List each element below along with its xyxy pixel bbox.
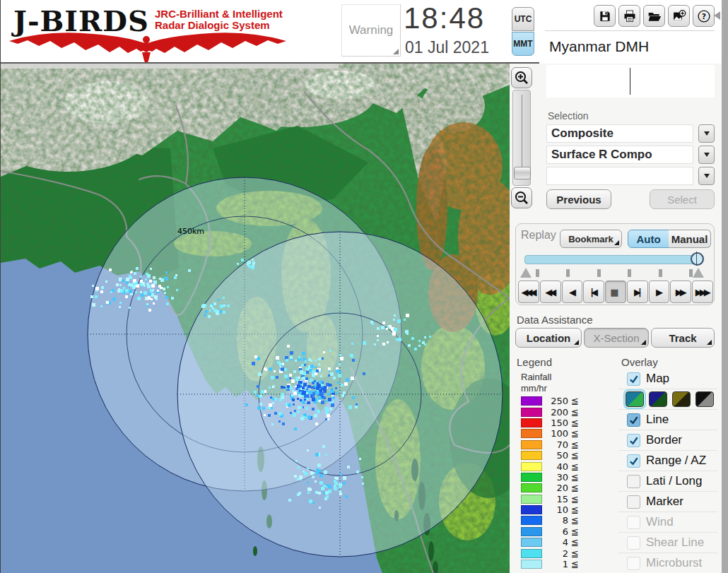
range-end-marker[interactable] — [693, 268, 704, 278]
site-input[interactable] — [546, 65, 715, 98]
slider-tick — [628, 269, 631, 277]
overlay-item-line[interactable]: Line — [618, 410, 717, 430]
option-dropdown-button[interactable] — [698, 167, 715, 185]
play-button[interactable]: ▶ — [649, 280, 670, 303]
text-cursor — [630, 68, 630, 95]
flyout-corner-icon — [707, 340, 712, 345]
overlay-item-map[interactable]: Map — [618, 369, 717, 389]
legend-row: 6 ≦ — [521, 526, 579, 537]
overlay-item-label: Line — [646, 413, 669, 427]
legend-color-swatch — [521, 527, 542, 536]
rewind-button[interactable]: ◀◀ — [540, 280, 561, 303]
checkbox[interactable] — [627, 372, 640, 386]
forward-button[interactable]: ▶▶ — [670, 280, 691, 303]
legend-row: 1 ≦ — [521, 559, 579, 569]
location-button[interactable]: Location — [515, 328, 582, 348]
select-button[interactable]: Select — [650, 189, 715, 209]
checkbox[interactable] — [627, 495, 640, 509]
warning-selector[interactable]: Warning — [341, 4, 401, 57]
option-dropdown-value[interactable] — [546, 167, 693, 185]
legend-color-swatch — [521, 396, 542, 406]
overlay-item-marker[interactable]: Marker — [618, 492, 717, 512]
overlay-item-label: Microburst — [646, 556, 702, 570]
checkbox — [627, 516, 640, 529]
legend-threshold: 250 ≦ — [542, 396, 579, 406]
rewind-fast-button[interactable]: ◀◀◀ — [518, 280, 539, 303]
legend-threshold: 50 ≦ — [542, 450, 579, 461]
manual-button[interactable]: Manual — [669, 230, 711, 248]
slider-tick — [597, 269, 601, 277]
legend-row: 8 ≦ — [521, 515, 579, 526]
product-dropdown-button[interactable] — [698, 146, 715, 164]
panel-collapse-arrow-icon[interactable] — [714, 11, 720, 20]
flyout-corner-icon — [614, 240, 619, 245]
eagle-logo-icon — [8, 30, 290, 66]
slider-tick — [536, 269, 539, 277]
legend-color-swatch — [521, 440, 542, 449]
legend-threshold: 30 ≦ — [542, 472, 579, 483]
step-forward-button[interactable]: ▶| — [627, 280, 648, 303]
product-dropdown-value[interactable]: Surface R Compo — [546, 146, 693, 164]
chevron-down-icon — [704, 131, 710, 136]
legend-color-swatch — [521, 516, 542, 525]
track-button[interactable]: Track — [651, 328, 715, 348]
legend-title: Rainfall mm/hr — [521, 372, 551, 394]
replay-slider-handle[interactable] — [691, 252, 704, 266]
composite-dropdown-button[interactable] — [698, 124, 715, 143]
play-backward-button[interactable]: ◀ — [562, 280, 583, 303]
site-row[interactable]: Myanmar DMH — [545, 32, 715, 61]
forward-fast-button[interactable]: ▶▶▶ — [692, 280, 713, 303]
previous-button[interactable]: Previous — [546, 189, 611, 209]
map-style-swatch[interactable] — [626, 391, 644, 407]
overlay-item-label: Shear Line — [646, 536, 704, 550]
radar-map[interactable]: 450km — [1, 64, 510, 573]
checkbox[interactable] — [627, 475, 640, 488]
auto-button[interactable]: Auto — [628, 230, 669, 248]
map-style-swatch[interactable] — [695, 391, 714, 407]
flyout-corner-icon — [641, 340, 646, 345]
map-style-swatch[interactable] — [649, 391, 667, 407]
range-label: 450km — [177, 227, 204, 236]
playback-controls: ◀◀◀◀◀◀|◀■▶|▶▶▶▶▶▶ — [518, 280, 713, 303]
overlay-item-border[interactable]: Border — [618, 430, 717, 451]
legend-row: 40 ≦ — [521, 461, 579, 471]
composite-dropdown-value[interactable]: Composite — [546, 124, 693, 143]
overlay-item-label: Range / AZ — [646, 454, 706, 468]
legend-row: 200 ≦ — [521, 406, 579, 417]
step-back-button[interactable]: |◀ — [583, 280, 604, 303]
legend-row: 10 ≦ — [521, 504, 579, 515]
overlay-item-label: Border — [646, 433, 682, 447]
warning-label: Warning — [349, 23, 394, 37]
legend-row: 100 ≦ — [521, 428, 579, 439]
slider-ticks — [536, 269, 693, 277]
checkbox[interactable] — [627, 434, 640, 447]
range-start-marker[interactable] — [520, 268, 532, 278]
panel-edge-strip[interactable] — [722, 0, 728, 573]
composite-dropdown: Composite — [546, 124, 715, 143]
xsection-button[interactable]: X-Section — [584, 328, 649, 348]
map-style-swatch[interactable] — [672, 391, 691, 407]
legend-row: 30 ≦ — [521, 472, 579, 483]
overlay-list: MapLineBorderRange / AZLati / LongMarker… — [618, 369, 717, 573]
checkbox[interactable] — [627, 413, 640, 427]
overlay-item-lati-long[interactable]: Lati / Long — [618, 471, 717, 492]
legend-threshold: 70 ≦ — [542, 439, 579, 450]
legend-label: Legend — [517, 356, 552, 368]
legend-threshold: 8 ≦ — [542, 515, 579, 526]
legend-row: 150 ≦ — [521, 418, 579, 428]
overlay-item-label: Map — [646, 372, 669, 386]
legend-threshold: 150 ≦ — [542, 418, 579, 428]
overlay-item-range-az[interactable]: Range / AZ — [618, 451, 717, 471]
replay-slider-track[interactable] — [524, 255, 703, 264]
legend-color-swatch — [521, 483, 542, 492]
legend-color-swatch — [521, 538, 542, 547]
site-name: Myanmar DMH — [545, 38, 649, 55]
checkbox — [627, 557, 640, 570]
bookmark-button[interactable]: Bookmark — [560, 230, 622, 248]
replay-group: Replay Bookmark Auto Manual ◀◀◀◀◀◀|◀■▶|▶… — [515, 223, 715, 305]
checkbox[interactable] — [627, 454, 640, 468]
chevron-down-icon — [704, 174, 710, 178]
slider-tick — [689, 269, 693, 277]
stop-button[interactable]: ■ — [605, 280, 626, 303]
clock-date: 01 Jul 2021 — [405, 38, 518, 57]
